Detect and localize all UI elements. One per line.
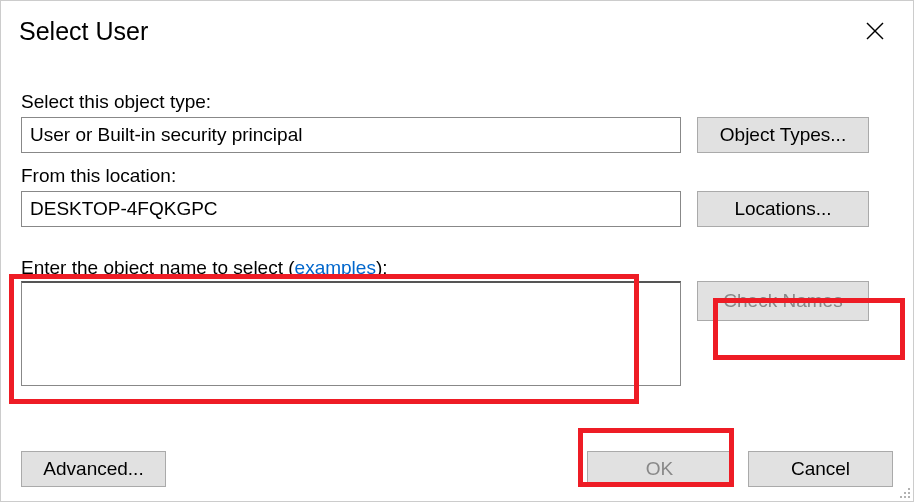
- dialog-title: Select User: [19, 17, 148, 46]
- svg-point-6: [904, 496, 906, 498]
- advanced-button[interactable]: Advanced...: [21, 451, 166, 487]
- svg-point-3: [904, 492, 906, 494]
- titlebar: Select User: [1, 1, 913, 53]
- close-icon: [866, 22, 884, 40]
- check-names-button[interactable]: Check Names: [697, 281, 869, 321]
- object-name-row: Check Names: [21, 281, 893, 386]
- cancel-button[interactable]: Cancel: [748, 451, 893, 487]
- object-types-button[interactable]: Object Types...: [697, 117, 869, 153]
- resize-grip-icon[interactable]: [895, 483, 912, 500]
- object-type-label: Select this object type:: [21, 91, 893, 113]
- select-user-dialog: Select User Select this object type: Use…: [0, 0, 914, 502]
- location-row: DESKTOP-4FQKGPC Locations...: [21, 191, 893, 227]
- object-name-label: Enter the object name to select (example…: [21, 257, 893, 279]
- examples-link[interactable]: examples: [295, 257, 376, 278]
- location-label: From this location:: [21, 165, 893, 187]
- object-type-field: User or Built-in security principal: [21, 117, 681, 153]
- dialog-content: Select this object type: User or Built-i…: [1, 53, 913, 386]
- svg-point-2: [908, 488, 910, 490]
- svg-point-7: [908, 496, 910, 498]
- ok-button[interactable]: OK: [587, 451, 732, 487]
- object-type-row: User or Built-in security principal Obje…: [21, 117, 893, 153]
- svg-point-5: [900, 496, 902, 498]
- bottom-right: OK Cancel: [587, 451, 893, 487]
- bottom-row: Advanced... OK Cancel: [21, 451, 893, 487]
- location-field: DESKTOP-4FQKGPC: [21, 191, 681, 227]
- locations-button[interactable]: Locations...: [697, 191, 869, 227]
- close-button[interactable]: [851, 11, 899, 51]
- svg-point-4: [908, 492, 910, 494]
- object-name-input[interactable]: [21, 281, 681, 386]
